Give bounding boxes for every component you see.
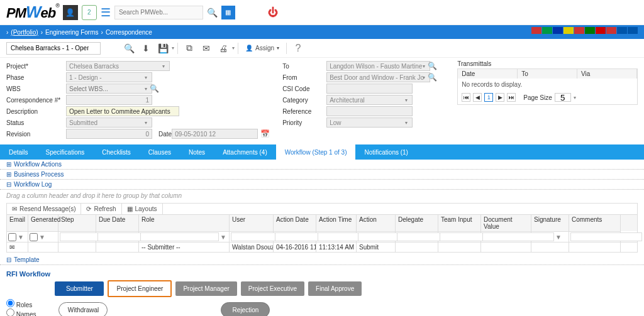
print-icon[interactable]: 🖨 [215,40,231,57]
flag-10[interactable] [628,27,638,34]
groupby-hint[interactable]: Drag a column header and drop it here to… [0,190,644,202]
section-workflow-log[interactable]: Workflow Log [0,180,644,190]
col-due-date[interactable]: Due Date [96,215,139,231]
node-submitter[interactable]: Submitter [55,281,104,296]
row-email-icon[interactable]: ✉ [7,242,28,252]
radio-roles[interactable]: Roles [6,299,36,308]
category-field[interactable] [326,95,413,105]
col-user[interactable]: User [230,215,274,231]
filter-icon[interactable]: ▼ [16,234,25,241]
flag-5[interactable] [574,27,584,34]
trans-h-via[interactable]: Via [577,69,637,79]
breadcrumb-l3[interactable]: Correspondence [106,29,152,36]
tab-specifications[interactable]: Specifications [37,144,94,160]
col-comments[interactable]: Comments [569,215,621,231]
filter-role[interactable] [140,232,219,241]
tab-notifications[interactable]: Notifications (1) [355,144,416,160]
page-prev[interactable]: ◀ [473,93,482,102]
col-team-input[interactable]: Team Input [438,215,481,231]
csi-field[interactable] [326,84,413,94]
tab-workflow[interactable]: Workflow (Step 1 of 3) [276,144,356,160]
layouts-button[interactable]: ▦Layouts [122,204,163,214]
col-step[interactable]: Step [58,215,96,231]
wbs-field[interactable] [66,84,152,94]
revision-field[interactable] [66,129,152,139]
wbs-search-icon[interactable]: 🔍 [150,84,159,93]
record-select[interactable] [6,42,101,55]
assign-dropdown[interactable]: 👤 Assign ▾ [242,45,283,52]
search-record-icon[interactable]: 🔍 [121,40,137,57]
priority-field[interactable] [326,117,413,128]
calendar-grid-icon[interactable]: ▦ [221,6,235,19]
node-rejection[interactable]: Rejection [221,302,270,316]
filter-comm[interactable] [570,232,642,241]
power-icon[interactable]: ⏻ [268,7,278,18]
filter-icon[interactable]: ▼ [219,234,228,241]
col-action-date[interactable]: Action Date [274,215,316,231]
filter-email-check[interactable] [8,233,16,241]
status-field[interactable] [66,117,152,128]
pagesize-field[interactable] [555,93,571,102]
node-withdrawal[interactable]: Withdrawal [58,302,108,316]
tab-checklists[interactable]: Checklists [93,144,140,160]
section-business-process[interactable]: Business Process [0,170,644,180]
search-icon[interactable]: 🔍 [207,8,218,18]
calendar-icon[interactable]: 📅 [260,129,270,138]
resend-button[interactable]: ✉Resend Message(s) [7,204,81,214]
col-role[interactable]: Role [139,215,230,231]
reference-field[interactable] [326,106,413,116]
col-delegate[interactable]: Delegate [396,215,438,231]
filter-gen-check[interactable] [30,233,38,241]
from-field[interactable] [326,72,430,82]
help-icon[interactable]: ? [290,40,306,57]
flag-7[interactable] [596,27,606,34]
col-generated[interactable]: Generated [28,215,58,231]
node-project-engineer[interactable]: Project Engineer [108,280,172,297]
flag-3[interactable] [553,27,563,34]
tab-details[interactable]: Details [0,144,37,160]
col-email[interactable]: Email [7,215,28,231]
page-first[interactable]: ⏮ [462,93,470,102]
breadcrumb-l2[interactable]: Engineering Forms [45,29,98,36]
section-workflow-actions[interactable]: Workflow Actions [0,160,644,170]
flag-6[interactable] [585,27,595,34]
language-flags[interactable] [531,27,638,34]
save-icon[interactable]: 💾 [155,40,171,57]
project-field[interactable] [66,61,170,71]
menu-icon[interactable]: ☰ [101,6,111,19]
node-final-approve[interactable]: Final Approve [308,281,362,296]
col-signature[interactable]: Signature [531,215,569,231]
phase-field[interactable] [66,72,152,82]
tab-attachments[interactable]: Attachments (4) [214,144,276,160]
description-field[interactable] [66,106,179,116]
table-row[interactable]: ✉ -- Submitter -- Walstan Dsouza(Wa 04-1… [7,242,637,252]
copy-icon[interactable]: ⧉ [181,40,197,57]
flag-1[interactable] [531,27,541,34]
section-template[interactable]: Template [0,255,644,265]
to-field[interactable] [326,61,430,71]
radio-names[interactable]: Names [6,308,36,316]
date-field[interactable] [172,129,258,139]
refresh-button[interactable]: ⟳Refresh [81,204,121,214]
col-doc-value[interactable]: Document Value [481,215,531,231]
breadcrumb-root[interactable]: (Portfolio) [11,29,38,36]
tab-notes[interactable]: Notes [180,144,214,160]
flag-9[interactable] [617,27,627,34]
flag-4[interactable] [564,27,574,34]
shield-icon[interactable]: 2 [82,5,97,20]
flag-2[interactable] [542,27,552,34]
col-action-time[interactable]: Action Time [316,215,357,231]
page-last[interactable]: ⏭ [507,93,516,102]
download-icon[interactable]: ⬇ [138,40,154,57]
col-action[interactable]: Action [357,215,396,231]
node-project-executive[interactable]: Project Executive [241,281,304,296]
filter-icon[interactable]: ▼ [38,234,47,241]
page-current[interactable]: 1 [484,93,493,102]
from-search-icon[interactable]: 🔍 [428,73,437,82]
search-input[interactable] [114,6,203,19]
trans-h-to[interactable]: To [518,69,577,79]
mail-icon[interactable]: ✉ [198,40,214,57]
flag-8[interactable] [606,27,616,34]
to-search-icon[interactable]: 🔍 [428,62,437,70]
tab-clauses[interactable]: Clauses [140,144,180,160]
